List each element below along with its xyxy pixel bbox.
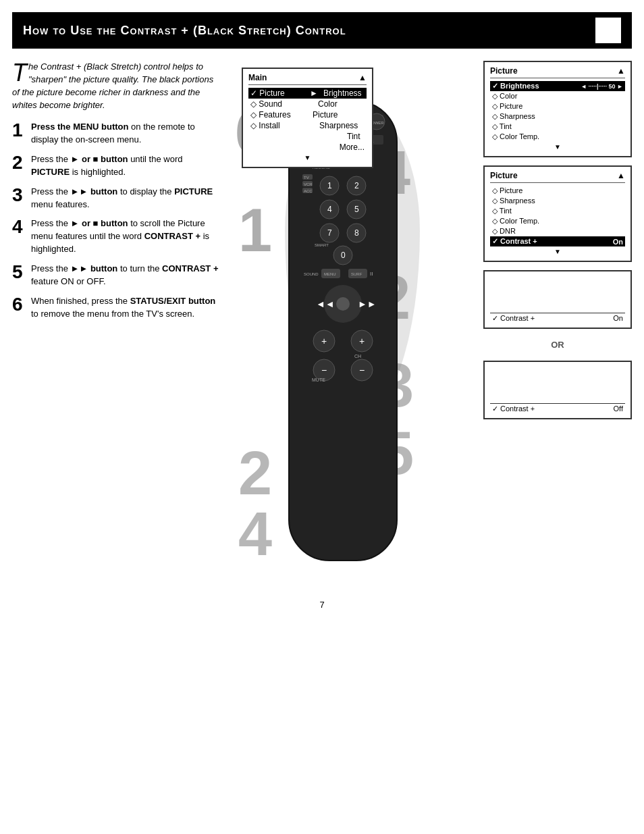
step-6: 6 When finished, press the STATUS/EXIT b… (12, 295, 221, 321)
picture-menu-2-tint: ◇ Tint (490, 206, 625, 216)
step-5: 5 Press the ►► button to turn the CONTRA… (12, 263, 221, 288)
menu-item-more: More... (340, 142, 365, 152)
picture-menu-2: Picture ▲ ◇ Picture ◇ Sharpness ◇ Tint ◇… (483, 165, 632, 262)
picture-menu-2-arrow-up: ▲ (617, 171, 625, 180)
intro-body: he Contrast + (Black Stretch) control he… (12, 61, 213, 110)
picture-menu-1-colortemp: ◇ Color Temp. (490, 132, 625, 142)
menu-row-features: ◇ Features Picture (248, 109, 367, 120)
menu-row-sound: ◇ Sound Color (248, 99, 367, 109)
step-text-1: Press the MENU button on the remote to d… (31, 121, 221, 147)
contrast-on-row: ✓ Contrast + On (490, 313, 625, 323)
contrast-on-value: On (613, 314, 623, 323)
step-text-3: Press the ►► button to display the PICTU… (31, 186, 221, 211)
svg-text:+: + (359, 336, 365, 346)
contrast-off-value: Off (614, 405, 623, 413)
main-menu-arrow-down: ▼ (248, 153, 367, 163)
step-num-3: 3 (12, 186, 26, 205)
menu-item-empty1 (250, 132, 304, 141)
tint-label: ◇ Tint (492, 122, 512, 131)
picture-menu-1-sharpness: ◇ Sharpness (490, 111, 625, 122)
step-num-4: 4 (12, 217, 26, 236)
svg-text:−: − (359, 365, 365, 375)
menu-item-arrow: ► (310, 88, 318, 98)
picture-menu-2-contrast: ✓ Contrast + On (490, 236, 625, 246)
step-text-4: Press the ► or ■ button to scroll the Pi… (31, 217, 221, 256)
menu-item-empty2 (250, 142, 297, 152)
picture-menu-2-label: Picture (490, 171, 518, 180)
overlay-num-1: 1 (238, 196, 272, 265)
page-number: 7 (0, 588, 644, 617)
menu-row-tint: Tint (248, 131, 367, 142)
menu-item-brightness: Brightness (323, 88, 365, 98)
main-menu-title: Main ▲ (248, 73, 367, 85)
picture-label: ◇ Picture (492, 102, 522, 111)
contrast-label: ✓ Contrast + (492, 237, 537, 246)
svg-text:ACC: ACC (304, 189, 313, 193)
step-num-5: 5 (12, 263, 26, 282)
page-header: How to Use the Contrast + (Black Stretch… (12, 12, 632, 49)
step-text-2: Press the ► or ■ button until the word P… (31, 153, 221, 179)
steps-list: 1 Press the MENU button on the remote to… (12, 121, 221, 320)
picture-menu-1-title: Picture ▲ (490, 66, 625, 78)
step-1: 1 Press the MENU button on the remote to… (12, 121, 221, 147)
picture-menu-1-brightness: ✓ Brightness ◄ ·····|····· 50 ► (490, 81, 625, 91)
main-content: T he Contrast + (Black Stretch) control … (0, 49, 644, 588)
menu-item-picture2: Picture (313, 110, 365, 120)
main-menu-arrow-up: ▲ (358, 73, 367, 82)
svg-text:◄◄: ◄◄ (316, 298, 335, 309)
svg-text:5: 5 (354, 205, 359, 214)
svg-text:+: + (321, 336, 327, 346)
svg-text:0: 0 (341, 251, 346, 260)
right-column: Picture ▲ ✓ Brightness ◄ ·····|····· 50 … (483, 61, 632, 588)
menu-row-install: ◇ Install Sharpness (248, 120, 367, 131)
step-2: 2 Press the ► or ■ button until the word… (12, 153, 221, 179)
dnr-label: ◇ DNR (492, 227, 516, 236)
contrast-off-row: ✓ Contrast + Off (490, 403, 625, 414)
svg-text:−: − (321, 365, 327, 375)
svg-text:VCR: VCR (304, 182, 313, 186)
colortemp-label: ◇ Color Temp. (492, 132, 539, 141)
svg-rect-0 (289, 101, 397, 561)
picture-menu-2-picture: ◇ Picture (490, 186, 625, 196)
picture-menu-1-tint: ◇ Tint (490, 122, 625, 132)
picture-menu-2-sharpness: ◇ Sharpness (490, 196, 625, 206)
picture-menu-2-arrow-down: ▼ (490, 246, 625, 257)
svg-text:II: II (370, 271, 373, 277)
svg-point-42 (336, 297, 350, 311)
overlay-num-4b: 4 (238, 500, 272, 569)
page-title: How to Use the Contrast + (Black Stretch… (23, 24, 346, 38)
picture-menu-2-dnr: ◇ DNR (490, 226, 625, 236)
picture2-label: ◇ Picture (492, 186, 522, 195)
menu-item-sound: ◇ Sound (250, 99, 304, 109)
svg-text:SOUND: SOUND (304, 272, 319, 276)
step-num-1: 1 (12, 121, 26, 140)
contrast-on-label: ✓ Contrast + (492, 314, 535, 323)
picture-menu-1-label: Picture (490, 66, 518, 76)
menu-item-features: ◇ Features (250, 110, 304, 120)
remote-area: Main ▲ ✓ Picture ► Brightness ◇ Sound Co… (228, 61, 477, 588)
sharpness2-label: ◇ Sharpness (492, 197, 535, 205)
step-text-5: Press the ►► button to turn the CONTRAST… (31, 263, 221, 288)
picture-menu-1-arrow-down: ▼ (490, 142, 625, 152)
color-label: ◇ Color (492, 92, 517, 101)
svg-text:►►: ►► (358, 298, 377, 309)
colortemp2-label: ◇ Color Temp. (492, 217, 539, 226)
sharpness-label: ◇ Sharpness (492, 112, 535, 121)
contrast-on-spacer (490, 276, 625, 313)
step-4: 4 Press the ► or ■ button to scroll the … (12, 217, 221, 256)
menu-item-sharpness: Sharpness (319, 121, 365, 130)
step-text-6: When finished, press the STATUS/EXIT but… (31, 295, 221, 321)
step-3: 3 Press the ►► button to display the PIC… (12, 186, 221, 211)
picture-menu-2-colortemp: ◇ Color Temp. (490, 216, 625, 226)
or-separator: OR (483, 337, 632, 353)
left-column: T he Contrast + (Black Stretch) control … (12, 61, 221, 588)
menu-row-picture: ✓ Picture ► Brightness (248, 88, 367, 99)
tint2-label: ◇ Tint (492, 207, 512, 215)
remote-svg: SLEEP POWER STATUS/EXIT CC CLOCK RECORD … (269, 101, 417, 574)
svg-text:2: 2 (354, 181, 359, 190)
menu-item-tint: Tint (347, 132, 365, 141)
intro-text: T he Contrast + (Black Stretch) control … (12, 61, 221, 111)
menu-item-color: Color (318, 99, 365, 109)
svg-text:1: 1 (327, 181, 332, 190)
middle-column: Main ▲ ✓ Picture ► Brightness ◇ Sound Co… (228, 61, 477, 588)
